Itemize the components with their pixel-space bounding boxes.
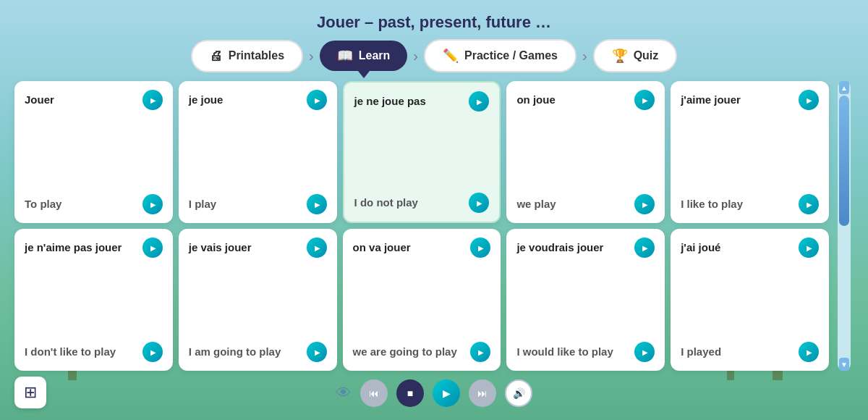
stop-button[interactable]: ■ [396,379,424,407]
card-6: je n'aime pas jouer I don't like to play [14,229,173,371]
card-5: j'aime jouer I like to play [671,81,829,223]
audio-french-btn[interactable] [142,238,163,258]
card-english-text: I do not play [354,196,465,210]
scrollbar-thumb[interactable] [839,96,849,226]
play-button[interactable]: ▶ [433,379,460,407]
volume-button[interactable]: 🔊 [505,379,532,407]
audio-english-btn[interactable] [799,194,819,214]
audio-english-btn[interactable] [634,342,655,362]
practice-icon: ✏️ [443,48,459,64]
card-french-row: Jouer [25,90,163,110]
audio-english-btn[interactable] [142,342,163,362]
card-english-row: I do not play [354,193,490,213]
audio-english-btn[interactable] [469,193,489,213]
card-english-row: To play [25,194,163,214]
card-english-text: I don't like to play [25,345,138,359]
nav-arrow-3: › [576,48,593,64]
card-french-row: je n'aime pas jouer [25,238,163,258]
scrollbar-down[interactable]: ▼ [839,358,849,371]
nav-arrow-1: › [303,48,320,64]
card-french-text: j'aime jouer [681,93,794,107]
card-english-text: we play [516,197,630,211]
card-french-row: je vais jouer [189,238,327,258]
card-9: je voudrais jouer I would like to play [506,229,665,371]
card-french-row: je ne joue pas [354,91,490,112]
card-english-row: I play [189,194,327,214]
card-english-row: we are going to play [353,342,491,362]
skip-back-button[interactable]: ⏮ [360,379,388,407]
card-french-row: on va jouer [353,238,491,258]
card-french-row: j'aime jouer [681,90,819,110]
card-english-text: To play [25,197,138,211]
nav-arrow-2: › [407,48,424,64]
card-french-row: je voudrais jouer [516,238,655,258]
card-english-text: we are going to play [353,345,467,359]
card-french-text: on va jouer [353,240,467,255]
bottom-controls: 👁 ⏮ ■ ▶ ⏭ 🔊 [0,371,868,416]
scrollbar-track[interactable]: ▲ ▼ [838,81,851,371]
card-french-text: je n'aime pas jouer [25,240,138,255]
main-content: Jouer To play je joue I play je ne joue … [0,81,868,371]
quiz-icon: 🏆 [612,48,628,64]
cards-grid: Jouer To play je joue I play je ne joue … [14,81,835,371]
card-english-row: I played [681,342,819,362]
card-4: on joue we play [506,81,665,223]
audio-french-btn[interactable] [470,238,490,258]
card-english-text: I played [681,345,794,359]
card-french-text: je voudrais jouer [516,240,630,255]
nav-printables[interactable]: 🖨 Printables [191,40,303,72]
audio-french-btn[interactable] [469,91,489,112]
learn-icon: 📖 [337,48,353,64]
scrollbar-up[interactable]: ▲ [839,81,849,94]
card-english-text: I would like to play [516,345,630,359]
card-french-row: on joue [516,90,655,110]
printables-icon: 🖨 [210,49,223,64]
card-french-text: on joue [516,93,630,107]
card-english-row: I would like to play [516,342,655,362]
audio-english-btn[interactable] [634,194,655,214]
learn-label: Learn [359,49,391,62]
card-english-text: I like to play [681,197,794,211]
practice-label: Practice / Games [464,49,558,62]
card-english-row: I don't like to play [25,342,163,362]
skip-forward-button[interactable]: ⏭ [469,379,496,407]
card-english-row: I am going to play [189,342,327,362]
audio-french-btn[interactable] [634,90,655,110]
card-french-text: j'ai joué [681,240,794,255]
card-10: j'ai joué I played [671,229,829,371]
eye-button[interactable]: 👁 [336,384,352,403]
card-8: on va jouer we are going to play [343,229,501,371]
nav-bar: 🖨 Printables › 📖 Learn › ✏️ Practice / G… [0,39,868,81]
audio-french-btn[interactable] [307,238,327,258]
audio-french-btn[interactable] [142,90,163,110]
card-1: Jouer To play [14,81,173,223]
card-french-text: je vais jouer [189,240,302,255]
card-french-row: je joue [189,90,327,110]
bottom-left-expand[interactable]: ⊞ [14,377,46,408]
page-title: Jouer – past, present, future … [0,0,868,39]
card-english-row: I like to play [681,194,819,214]
card-french-row: j'ai joué [681,238,819,258]
nav-practice[interactable]: ✏️ Practice / Games [424,39,576,72]
card-english-row: we play [516,194,655,214]
audio-french-btn[interactable] [799,90,819,110]
card-french-text: Jouer [25,93,138,107]
audio-english-btn[interactable] [799,342,819,362]
nav-learn[interactable]: 📖 Learn [320,41,408,71]
audio-french-btn[interactable] [307,90,327,110]
audio-english-btn[interactable] [307,194,327,214]
printables-label: Printables [229,49,284,62]
audio-english-btn[interactable] [307,342,327,362]
audio-english-btn[interactable] [470,342,490,362]
audio-english-btn[interactable] [142,194,163,214]
card-english-text: I am going to play [189,345,302,359]
audio-french-btn[interactable] [799,238,819,258]
card-french-text: je ne joue pas [354,94,465,109]
card-english-text: I play [189,197,302,211]
audio-french-btn[interactable] [634,238,655,258]
card-7: je vais jouer I am going to play [179,229,337,371]
nav-quiz[interactable]: 🏆 Quiz [593,39,678,72]
quiz-label: Quiz [634,49,659,62]
card-3: je ne joue pas I do not play [343,81,501,223]
expand-icon: ⊞ [24,383,37,402]
